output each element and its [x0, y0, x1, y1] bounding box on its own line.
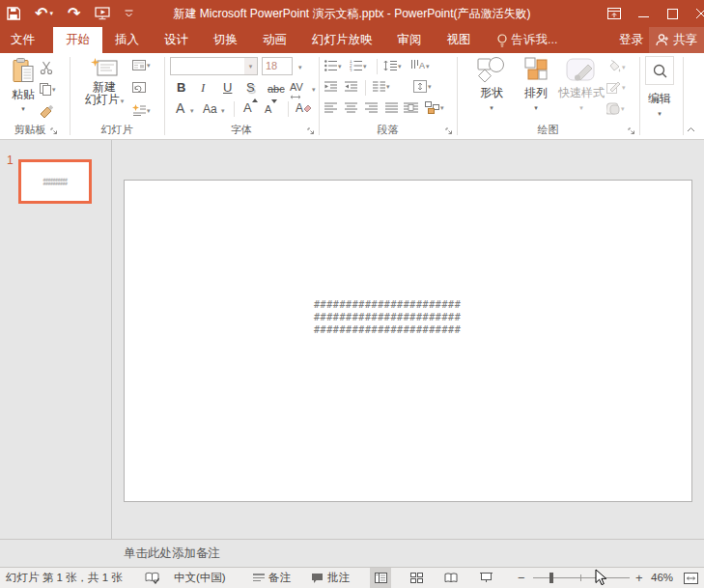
strikethrough-button[interactable]: abc: [268, 81, 285, 97]
paragraph-dialog-launcher[interactable]: [445, 127, 453, 135]
text-direction-button[interactable]: A▾: [410, 60, 430, 71]
font-color-button[interactable]: A: [176, 100, 184, 116]
change-case-button[interactable]: Aa: [203, 101, 217, 117]
ribbon: 粘贴 ▾ ▾ 剪贴板 新建 幻灯片▾ ▾ ▾ 幻灯片 ▾ 18 ▾ B I U …: [0, 53, 704, 140]
underline-button[interactable]: U: [223, 80, 232, 96]
smartart-icon: [425, 101, 439, 114]
fit-to-window-icon: [684, 573, 698, 584]
person-icon: [656, 34, 669, 46]
zoom-out-button[interactable]: −: [518, 568, 525, 588]
reset-button[interactable]: [132, 82, 146, 93]
font-name-combobox[interactable]: ▾: [170, 57, 258, 75]
tab-file[interactable]: 文件: [0, 27, 45, 53]
chevron-down-icon: ▾: [658, 110, 662, 117]
format-painter-button[interactable]: [40, 105, 53, 119]
tab-animations[interactable]: 动画: [250, 27, 299, 53]
tab-view[interactable]: 视图: [435, 27, 484, 53]
character-spacing-button[interactable]: AV: [290, 79, 303, 99]
slide-sorter-view-button[interactable]: [406, 568, 427, 588]
zoom-slider-track[interactable]: [533, 577, 630, 578]
increase-font-size-button[interactable]: A: [243, 100, 252, 116]
slideshow-view-button[interactable]: [475, 568, 496, 588]
zoom-in-button[interactable]: +: [635, 568, 643, 588]
arrange-button[interactable]: 排列 ▾: [518, 57, 554, 111]
clipboard-dialog-launcher[interactable]: [50, 127, 58, 135]
tell-me-box[interactable]: 告诉我...: [497, 27, 558, 53]
slide-text[interactable]: ########################################…: [314, 298, 461, 336]
text-shadow-button[interactable]: S: [246, 80, 255, 96]
section-button[interactable]: ▾: [132, 104, 151, 116]
increase-indent-button[interactable]: [345, 81, 357, 92]
align-left-button[interactable]: [324, 102, 337, 113]
reset-icon: [132, 82, 146, 93]
tab-review[interactable]: 审阅: [385, 27, 435, 53]
shape-fill-button[interactable]: ▾: [606, 60, 626, 73]
convert-to-smartart-button[interactable]: ▾: [425, 101, 444, 114]
italic-button[interactable]: I: [201, 80, 205, 96]
font-dialog-launcher[interactable]: [307, 127, 315, 135]
fit-slide-to-window-button[interactable]: [684, 573, 698, 584]
bullets-button[interactable]: ▾: [324, 60, 342, 71]
tab-slideshow[interactable]: 幻灯片放映: [299, 27, 385, 53]
new-slide-button[interactable]: 新建 幻灯片▾: [81, 58, 127, 106]
zoom-level[interactable]: 46%: [651, 568, 673, 588]
shape-effects-button[interactable]: ▾: [606, 102, 625, 115]
chevron-down-icon: ▾: [147, 62, 151, 69]
shape-outline-button[interactable]: ▾: [606, 81, 626, 94]
columns-icon: [373, 81, 385, 92]
notes-placeholder[interactable]: 单击此处添加备注: [124, 540, 220, 567]
panel-divider[interactable]: [111, 140, 112, 539]
share-button[interactable]: 共享: [649, 27, 704, 53]
zoom-slider-thumb[interactable]: [549, 573, 553, 583]
slide-thumbnail[interactable]: ########## ##########: [18, 159, 92, 204]
bold-button[interactable]: B: [177, 80, 185, 96]
editing-button[interactable]: 编辑 ▾: [643, 56, 676, 117]
copy-button[interactable]: ▾: [40, 83, 56, 96]
paste-button[interactable]: 粘贴 ▾: [6, 58, 41, 112]
spell-check-button[interactable]: [145, 572, 160, 584]
align-text-icon: [413, 80, 427, 93]
line-spacing-icon: [383, 60, 397, 71]
font-size-dropdown-arrow[interactable]: ▾: [298, 64, 302, 70]
language-indicator[interactable]: 中文(中国): [174, 568, 226, 588]
align-right-icon: [365, 102, 378, 113]
slide-canvas[interactable]: ########################################…: [124, 180, 692, 502]
notes-pane[interactable]: 单击此处添加备注: [0, 539, 704, 567]
comments-toggle[interactable]: 批注: [327, 568, 350, 588]
numbering-button[interactable]: 123▾: [350, 60, 367, 71]
paragraph-group-label: 段落: [319, 123, 457, 137]
clear-formatting-button[interactable]: A: [296, 101, 311, 115]
cut-button[interactable]: [40, 61, 53, 75]
collapse-ribbon-button[interactable]: [687, 126, 695, 132]
columns-button[interactable]: ▾: [373, 81, 390, 92]
tab-insert[interactable]: 插入: [102, 27, 152, 53]
align-center-button[interactable]: [345, 102, 357, 113]
decrease-indent-button[interactable]: [324, 81, 337, 92]
ribbon-display-options-button[interactable]: [600, 0, 629, 27]
align-text-button[interactable]: ▾: [413, 80, 432, 93]
sign-in-button[interactable]: 登录: [619, 27, 643, 53]
line-spacing-button[interactable]: ▾: [383, 60, 402, 71]
normal-view-button[interactable]: [370, 568, 391, 588]
chevron-down-icon: ▾: [190, 107, 194, 114]
maximize-button[interactable]: [658, 0, 687, 27]
chevron-down-icon: ▾: [534, 104, 538, 111]
layout-button[interactable]: ▾: [132, 60, 151, 70]
reading-view-button[interactable]: [440, 568, 462, 588]
clipboard-icon: [13, 58, 34, 84]
tab-design[interactable]: 设计: [152, 27, 201, 53]
quick-styles-button[interactable]: 快速样式 ▾: [558, 57, 605, 111]
align-right-button[interactable]: [365, 102, 378, 113]
decrease-font-size-button[interactable]: A: [265, 101, 271, 117]
tab-home[interactable]: 开始: [53, 27, 102, 53]
drawing-dialog-launcher[interactable]: [628, 127, 635, 135]
add-remove-columns-button[interactable]: [404, 102, 418, 113]
font-size-combobox[interactable]: 18: [262, 57, 293, 75]
font-group-label: 字体: [164, 123, 319, 137]
notes-toggle[interactable]: 备注: [268, 568, 291, 588]
tab-transitions[interactable]: 切换: [201, 27, 250, 53]
justify-button[interactable]: [385, 102, 398, 113]
shapes-button[interactable]: 形状 ▾: [470, 57, 513, 111]
minimize-button[interactable]: [629, 0, 658, 27]
close-button[interactable]: [687, 0, 704, 27]
